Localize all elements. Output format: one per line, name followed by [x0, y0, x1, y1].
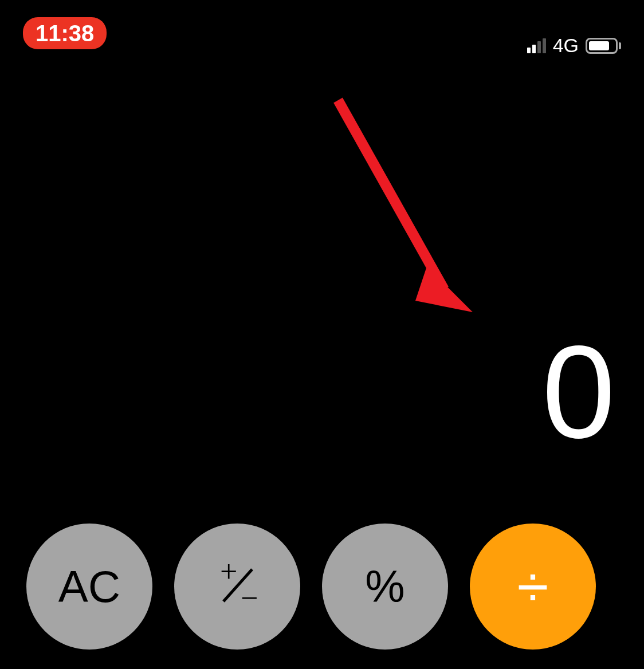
- status-right: 4G: [527, 34, 621, 57]
- clear-button[interactable]: AC: [26, 524, 152, 650]
- annotation-arrow-icon: [329, 95, 478, 324]
- status-time-pill[interactable]: 11:38: [23, 17, 107, 49]
- calculator-button-row: AC + − % ÷: [26, 524, 596, 650]
- svg-marker-5: [415, 266, 473, 312]
- battery-icon: [586, 38, 621, 54]
- percent-button[interactable]: %: [322, 524, 448, 650]
- divide-icon: ÷: [517, 554, 549, 620]
- svg-text:+: +: [220, 554, 237, 589]
- divide-button[interactable]: ÷: [470, 524, 596, 650]
- cellular-signal-icon: [527, 38, 546, 53]
- plus-minus-icon: + −: [203, 552, 272, 621]
- sign-button[interactable]: + −: [174, 524, 300, 650]
- calculator-display[interactable]: 0: [542, 326, 610, 458]
- network-type-label: 4G: [553, 34, 579, 57]
- svg-line-4: [338, 100, 444, 289]
- status-bar: 11:38 4G: [0, 0, 644, 57]
- svg-text:−: −: [241, 581, 258, 615]
